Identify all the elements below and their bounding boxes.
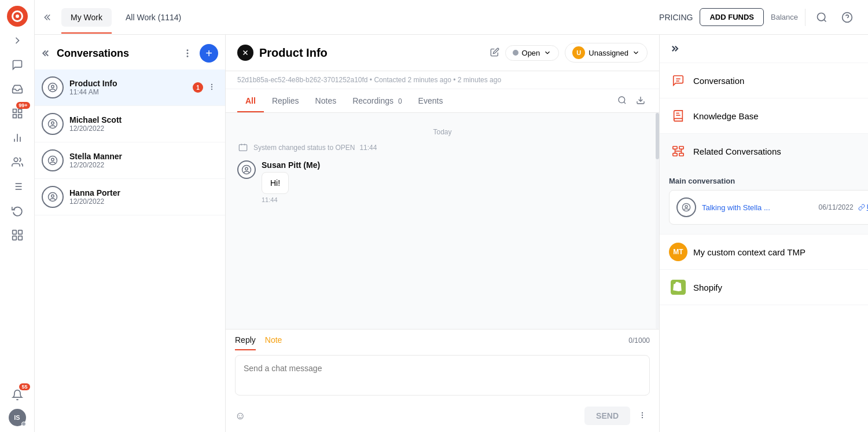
svg-rect-41 xyxy=(239,145,247,151)
svg-point-7 xyxy=(14,158,18,162)
svg-point-28 xyxy=(211,86,212,87)
settings-icon[interactable] xyxy=(7,225,28,246)
all-work-tab[interactable]: All Work (1114) xyxy=(116,8,190,27)
new-conversation-button[interactable]: + xyxy=(200,44,218,63)
notifications-icon[interactable]: 55 xyxy=(7,385,28,405)
related-item-name[interactable]: Talking with Stella ... xyxy=(702,203,813,212)
system-status-icon xyxy=(237,142,249,153)
history-icon[interactable] xyxy=(7,200,28,221)
add-funds-button[interactable]: ADD FUNDS xyxy=(700,8,764,26)
related-item-actions: 06/11/2022 Unlink xyxy=(819,203,868,211)
conversations-panel: Conversations + Product Info 11:44 AM xyxy=(35,35,226,432)
shopify-section: Shopify xyxy=(660,270,868,305)
svg-point-23 xyxy=(187,53,188,54)
scrollbar-thumb[interactable] xyxy=(656,113,659,159)
assign-avatar: U xyxy=(572,46,585,59)
status-label: Open xyxy=(522,49,540,57)
analytics-icon[interactable] xyxy=(7,127,28,148)
conv-name: Michael Scott xyxy=(69,115,218,125)
message-bubble: Hi! xyxy=(262,172,289,194)
brand-logo[interactable] xyxy=(7,6,28,27)
team-icon[interactable] xyxy=(7,152,28,173)
svg-line-39 xyxy=(624,102,626,104)
chat-panel: Product Info Open U Unassigned xyxy=(226,35,660,432)
top-bar: My Work All Work (1114) PRICING ADD FUND… xyxy=(35,0,868,35)
my-work-tab[interactable]: My Work xyxy=(61,8,112,27)
knowledge-base-section-title: Knowledge Base xyxy=(693,111,868,121)
edit-title-button[interactable] xyxy=(490,47,499,58)
inbox-icon[interactable] xyxy=(7,79,28,100)
more-options-button[interactable] xyxy=(635,409,650,423)
tab-notes[interactable]: Notes xyxy=(307,89,345,112)
list-icon[interactable] xyxy=(7,176,28,197)
expand-button[interactable] xyxy=(41,9,57,25)
svg-point-46 xyxy=(642,412,642,413)
conversation-item-hanna-porter[interactable]: Hanna Porter 12/20/2022 xyxy=(35,179,225,215)
conv-name: Product Info xyxy=(69,79,187,88)
conv-item-menu-button[interactable] xyxy=(205,82,218,94)
conv-name: Hanna Porter xyxy=(69,188,218,197)
svg-point-35 xyxy=(52,195,54,197)
svg-rect-3 xyxy=(13,115,16,118)
tab-events[interactable]: Events xyxy=(410,89,451,112)
collapse-right-panel-button[interactable] xyxy=(669,43,681,54)
expand-sidebar-button[interactable] xyxy=(7,30,28,51)
conv-avatar-michael xyxy=(42,113,64,135)
user-avatar[interactable]: IS xyxy=(9,409,26,426)
conv-time: 12/20/2022 xyxy=(69,125,218,133)
assign-button[interactable]: U Unassigned xyxy=(565,43,648,63)
reports-icon[interactable]: 99+ xyxy=(7,103,28,124)
related-conversation-item: Talking with Stella ... 06/11/2022 Unlin… xyxy=(669,190,868,225)
unlink-button[interactable]: Unlink xyxy=(858,203,868,211)
chat-header: Product Info Open U Unassigned xyxy=(226,35,659,71)
close-conversation-button[interactable] xyxy=(237,45,253,61)
main-content: Conversations + Product Info 11:44 AM xyxy=(35,35,868,432)
svg-point-29 xyxy=(211,89,212,89)
related-content: Talking with Stella ... 06/11/2022 Unlin… xyxy=(660,190,868,234)
conversation-section-header[interactable]: Conversation xyxy=(660,63,868,98)
knowledge-base-section-header[interactable]: Knowledge Base xyxy=(660,98,868,133)
help-button[interactable] xyxy=(838,8,856,27)
svg-point-38 xyxy=(619,97,625,103)
balance-label: Balance xyxy=(771,13,798,21)
search-button[interactable] xyxy=(812,8,831,27)
conversations-title: Conversations xyxy=(57,47,175,60)
shopify-section-header[interactable]: Shopify xyxy=(660,270,868,305)
conv-info-product-info: Product Info 11:44 AM xyxy=(69,79,187,96)
pricing-link[interactable]: PRICING xyxy=(659,13,693,22)
scrollbar-track[interactable] xyxy=(656,113,659,329)
message-input[interactable] xyxy=(235,355,650,396)
conversation-item-product-info[interactable]: Product Info 11:44 AM 1 xyxy=(35,69,225,106)
chat-messages: Today System changed status to OPEN 11:4… xyxy=(226,113,659,329)
related-conversations-title: Related Conversations xyxy=(693,147,868,156)
tab-all[interactable]: All xyxy=(237,89,264,112)
svg-point-48 xyxy=(642,417,642,418)
chat-meta: 52d1b85a-ec52-4e8b-b262-3701252a10fd • C… xyxy=(226,71,659,89)
download-button[interactable] xyxy=(634,93,648,109)
back-button[interactable] xyxy=(42,48,52,58)
custom-context-card-section: MT My custom context card TMP xyxy=(660,235,868,270)
right-panel-collapse xyxy=(660,35,868,63)
status-button[interactable]: Open xyxy=(505,45,560,61)
conversations-menu-button[interactable] xyxy=(180,46,195,61)
shopify-icon xyxy=(669,278,687,296)
reply-tab[interactable]: Reply xyxy=(235,335,256,350)
tab-recordings[interactable]: Recordings 0 xyxy=(344,89,410,112)
search-messages-button[interactable] xyxy=(615,93,629,109)
emoji-button[interactable]: ☺ xyxy=(235,410,245,422)
chat-icon[interactable] xyxy=(7,54,28,75)
svg-point-31 xyxy=(52,122,54,125)
reports-badge: 99+ xyxy=(16,102,30,109)
custom-context-card-header[interactable]: MT My custom context card TMP xyxy=(660,235,868,269)
conversation-item-michael-scott[interactable]: Michael Scott 12/20/2022 xyxy=(35,106,225,142)
chat-tab-actions xyxy=(615,93,648,109)
send-button[interactable]: SEND xyxy=(584,407,630,425)
note-tab[interactable]: Note xyxy=(265,335,282,350)
related-conversations-header[interactable]: Related Conversations xyxy=(660,134,868,169)
svg-rect-16 xyxy=(12,236,16,240)
tab-replies[interactable]: Replies xyxy=(264,89,307,112)
svg-rect-17 xyxy=(18,236,22,240)
conversation-item-stella-manner[interactable]: Stella Manner 12/20/2022 xyxy=(35,142,225,179)
conversation-section-title: Conversation xyxy=(693,76,868,86)
shopify-section-title: Shopify xyxy=(693,283,868,292)
